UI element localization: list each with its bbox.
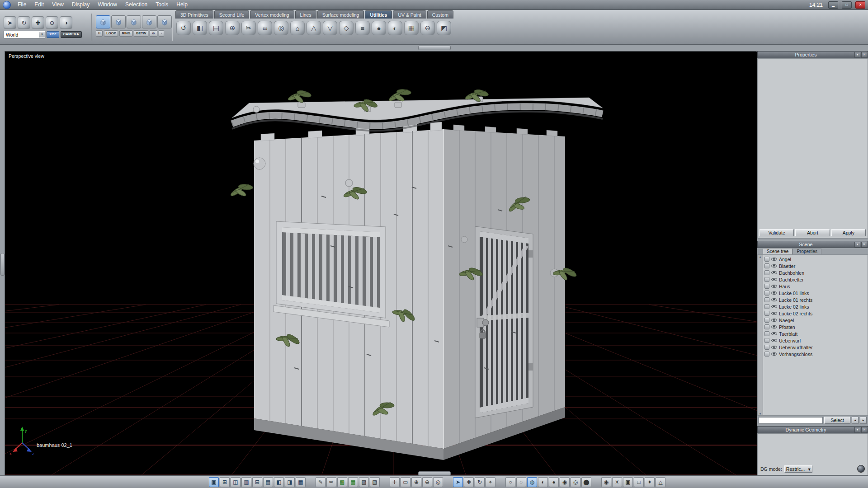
material-preview-icon[interactable]: ◎ — [571, 477, 580, 487]
dg-mode-dropdown[interactable]: Restric... ▾ — [784, 465, 812, 473]
loop-button[interactable]: LOOP — [104, 30, 118, 37]
scroll-down-icon[interactable]: ▾ — [760, 412, 761, 415]
lock-icon[interactable] — [764, 270, 769, 275]
scene-filter-input[interactable] — [759, 417, 823, 424]
pan-icon[interactable]: ✚ — [464, 477, 474, 487]
scene-tree-item[interactable]: Lucke 01 links — [763, 290, 867, 296]
menu-tools[interactable]: Tools — [151, 0, 172, 9]
eye-icon[interactable] — [771, 345, 777, 349]
camera-icon[interactable]: ▣ — [623, 477, 633, 487]
validate-button[interactable]: Validate — [760, 229, 794, 236]
scene-tree-item[interactable]: Dachbretter — [763, 276, 867, 283]
lock-icon[interactable] — [764, 257, 769, 262]
scene-tree-item[interactable]: Ueberwurfhalter — [763, 344, 867, 351]
lock-icon[interactable] — [764, 263, 769, 268]
panel-close-icon[interactable]: ✕ — [861, 242, 867, 248]
flat-shade-icon[interactable]: ◐ — [538, 477, 548, 487]
utilities-tool-icon-17[interactable]: ◩ — [437, 21, 451, 35]
show-grid-icon[interactable]: ▦ — [348, 477, 358, 487]
menu-help[interactable]: Help — [172, 0, 192, 9]
eye-icon[interactable] — [771, 332, 777, 336]
tab-surface-modeling[interactable]: Surface modeling — [317, 10, 364, 19]
tab-3d-primitives[interactable]: 3D Primitives — [175, 10, 213, 19]
lock-icon[interactable] — [764, 291, 769, 296]
grid-toggle-icon[interactable]: △ — [656, 477, 665, 487]
eye-icon[interactable] — [771, 352, 777, 356]
maximize-button[interactable]: □ — [842, 1, 852, 9]
center-view-icon[interactable]: ◎ — [433, 477, 443, 487]
tab-vertex-modeling[interactable]: Vertex modeling — [250, 10, 294, 19]
viewport-bottom-splitter-handle[interactable] — [418, 471, 451, 476]
lock-icon[interactable] — [764, 331, 769, 336]
pen-icon[interactable]: ✏ — [326, 477, 336, 487]
select-button[interactable]: Select — [824, 417, 850, 424]
scene-tree-item[interactable]: Dachbohlen — [763, 269, 867, 276]
utilities-tool-icon-14[interactable]: ◐ — [388, 21, 402, 35]
hidden-line-icon[interactable]: ◍ — [527, 477, 537, 487]
viewport-layout-icon-6[interactable]: ▤ — [263, 477, 273, 487]
viewport-layout-icon-8[interactable]: ◨ — [285, 477, 295, 487]
lock-icon[interactable] — [764, 304, 769, 309]
perspective-viewport[interactable]: Perspective view — [5, 51, 756, 475]
scene-tree-item[interactable]: Blaetter — [763, 263, 867, 269]
wireframe-icon[interactable]: ○ — [505, 477, 515, 487]
eye-icon[interactable] — [771, 257, 777, 261]
menu-display[interactable]: Display — [68, 0, 94, 9]
panel-collapse-icon[interactable]: ▾ — [854, 242, 860, 248]
viewport-layout-icon-3[interactable]: ◫ — [231, 477, 241, 487]
eye-icon[interactable] — [771, 271, 777, 275]
utilities-tool-icon-15[interactable]: ▦ — [404, 21, 419, 35]
eye-icon[interactable] — [771, 291, 777, 295]
scene-tree-item[interactable]: Lucke 01 rechts — [763, 296, 867, 303]
utilities-tool-icon-8[interactable]: ⌂ — [290, 21, 305, 35]
select-point-icon[interactable] — [142, 15, 156, 28]
eye-icon[interactable] — [771, 298, 777, 302]
prev-item-icon[interactable]: ◂ — [852, 417, 859, 424]
minimize-button[interactable]: ▁ — [828, 1, 838, 9]
lock-icon[interactable] — [764, 352, 769, 357]
utilities-tool-icon-3[interactable]: ▤ — [209, 21, 223, 35]
dynamic-geometry-titlebar[interactable]: Dynamic Geometry ▾ ✕ — [757, 426, 868, 433]
viewport-layout-icon-5[interactable]: ⊟ — [252, 477, 262, 487]
tab-second-life[interactable]: Second Life — [214, 10, 249, 19]
scene-tree-item[interactable]: Angel — [763, 256, 867, 263]
lock-icon[interactable] — [764, 318, 769, 323]
utilities-tool-icon-10[interactable]: ▽ — [323, 21, 337, 35]
zoom-in-icon[interactable]: ⊕ — [411, 477, 421, 487]
viewport-layout-icon-1[interactable]: ▣ — [209, 477, 219, 487]
menu-window[interactable]: Window — [94, 0, 121, 9]
lock-icon[interactable] — [764, 277, 769, 282]
tab-lines[interactable]: Lines — [295, 10, 316, 19]
eye-icon[interactable] — [771, 264, 777, 268]
lock-icon[interactable] — [764, 345, 769, 350]
pencil-icon[interactable]: ✎ — [316, 477, 326, 487]
utilities-tool-icon-16[interactable]: ⊖ — [420, 21, 435, 35]
grid-snap-icon[interactable]: ▩ — [337, 477, 347, 487]
scene-tree-item[interactable]: Lucke 02 rechts — [763, 310, 867, 317]
soft-select-icon[interactable] — [157, 15, 172, 28]
select-object-icon[interactable] — [96, 15, 110, 28]
utilities-tool-icon-9[interactable]: △ — [307, 21, 321, 35]
utilities-tool-icon-6[interactable]: ∞ — [258, 21, 272, 35]
close-button[interactable]: ✕ — [855, 1, 865, 9]
frame-selection-icon[interactable]: ▭ — [401, 477, 410, 487]
utilities-tool-icon-4[interactable]: ⊕ — [225, 21, 240, 35]
scene-panel-titlebar[interactable]: Scene ▾ ✕ — [757, 241, 868, 248]
smooth-shade-icon[interactable]: ● — [549, 477, 559, 487]
scene-tree-item[interactable]: Vorhangschloss — [763, 351, 867, 357]
textured-shade-icon[interactable]: ◉ — [560, 477, 570, 487]
hatch-display-icon[interactable]: ▨ — [359, 477, 369, 487]
lock-icon[interactable] — [764, 324, 769, 329]
orbit-icon[interactable]: ↻ — [475, 477, 485, 487]
menu-file[interactable]: File — [14, 0, 30, 9]
apply-button[interactable]: Apply — [831, 229, 866, 236]
panel-close-icon[interactable]: ✕ — [861, 427, 867, 433]
lock-icon[interactable] — [764, 284, 769, 289]
scene-tree-item[interactable]: Tuerblatt — [763, 330, 867, 337]
viewport-top-splitter-handle[interactable] — [418, 46, 451, 50]
properties-panel-titlebar[interactable]: Properties ▾ ✕ — [757, 51, 868, 58]
scene-tree-item[interactable]: Pfosten — [763, 324, 867, 330]
scene-tree-item[interactable]: Lucke 02 links — [763, 303, 867, 310]
lock-icon[interactable] — [764, 338, 769, 343]
viewport-layout-icon-7[interactable]: ◧ — [274, 477, 284, 487]
